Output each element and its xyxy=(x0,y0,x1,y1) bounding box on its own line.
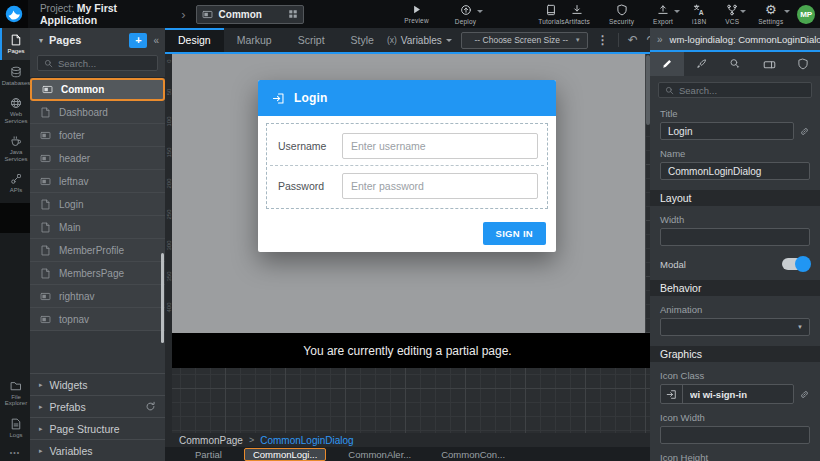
title-field[interactable] xyxy=(660,122,794,140)
search-icon xyxy=(44,59,53,68)
rail-item-logs[interactable]: Logs xyxy=(0,412,30,444)
globe-icon xyxy=(10,97,22,109)
breadcrumb-parent[interactable]: CommonPage xyxy=(179,435,243,446)
expand-panel-icon[interactable]: » xyxy=(657,34,663,45)
tab-events[interactable] xyxy=(718,52,752,76)
page-item-leftnav[interactable]: leftnav xyxy=(30,170,165,193)
collapse-panel-icon[interactable]: « xyxy=(153,35,159,46)
rail-overflow-dots[interactable]: ••• xyxy=(0,443,30,461)
breadcrumb-current[interactable]: CommonLoginDialog xyxy=(260,435,353,446)
caret-right-icon: ▸ xyxy=(39,447,43,455)
username-input[interactable] xyxy=(342,133,538,159)
properties-tabs xyxy=(650,50,820,76)
section-page-structure[interactable]: ▸ Page Structure xyxy=(30,417,165,439)
page-item-rightnav[interactable]: rightnav xyxy=(30,285,165,308)
preview-button[interactable]: Preview xyxy=(404,4,429,25)
variables-dropdown[interactable]: (x) Variables xyxy=(387,35,452,46)
tab-properties[interactable] xyxy=(650,52,684,76)
app-logo[interactable] xyxy=(0,0,28,28)
page-item-memberspage[interactable]: MembersPage xyxy=(30,262,165,285)
properties-panel: » wm-logindialog: CommonLoginDialog xyxy=(650,28,820,461)
vcs-button[interactable]: VCS xyxy=(725,4,739,25)
sign-in-icon xyxy=(272,92,285,105)
layout-section-header: Layout xyxy=(650,190,820,206)
behavior-section-header: Behavior xyxy=(650,280,820,296)
user-avatar[interactable]: MP xyxy=(797,5,815,24)
tutorials-button[interactable]: Tutorials xyxy=(538,4,564,25)
name-field[interactable] xyxy=(660,162,810,180)
more-options-icon[interactable]: ⋮ xyxy=(597,33,609,47)
tab-style[interactable]: Style xyxy=(338,28,387,52)
modal-toggle[interactable] xyxy=(782,258,810,270)
tab-design[interactable]: Design xyxy=(165,28,224,52)
page-item-login[interactable]: Login xyxy=(30,193,165,216)
caret-down-icon[interactable]: ▾ xyxy=(39,36,43,45)
i18n-button[interactable]: A i18N xyxy=(692,4,706,25)
rail-item-apis[interactable]: APIs xyxy=(0,167,30,199)
username-label: Username xyxy=(278,140,342,152)
screen-size-select[interactable]: -- Choose Screen Size -- ▼ xyxy=(461,32,588,49)
page-selector-dropdown[interactable]: Common xyxy=(196,5,305,24)
security-button[interactable]: Security xyxy=(609,4,634,25)
refresh-icon[interactable] xyxy=(145,401,156,412)
page-item-common[interactable]: Common xyxy=(30,78,165,101)
selected-widget-title: wm-logindialog: CommonLoginDialog xyxy=(670,34,820,45)
undo-icon[interactable]: ↶ xyxy=(628,34,638,46)
section-prefabs[interactable]: ▸ Prefabs xyxy=(30,395,165,417)
page-item-main[interactable]: Main xyxy=(30,216,165,239)
bind-link-icon[interactable] xyxy=(799,389,810,400)
tab-styles[interactable] xyxy=(684,52,718,76)
select-caret-icon: ▼ xyxy=(575,37,581,43)
rail-item-databases[interactable]: Databases xyxy=(0,60,30,92)
rail-item-web-services[interactable]: WebServices xyxy=(0,91,30,129)
selection-outline xyxy=(165,52,650,54)
pages-search[interactable] xyxy=(37,55,158,71)
export-button[interactable]: Export xyxy=(653,4,673,25)
modal-field-label: Modal xyxy=(660,259,686,270)
deploy-button[interactable]: Deploy xyxy=(455,4,476,25)
partial-icon xyxy=(40,130,51,141)
icon-class-field[interactable] xyxy=(683,385,793,403)
login-dialog[interactable]: Login Username Password xyxy=(258,80,556,252)
rail-item-java-services[interactable]: JavaServices xyxy=(0,129,30,167)
sign-in-button[interactable]: SIGN IN xyxy=(483,222,546,245)
animation-select[interactable]: ▼ xyxy=(660,318,810,336)
page-item-dashboard[interactable]: Dashboard xyxy=(30,101,165,124)
tab-security[interactable] xyxy=(786,52,820,76)
tab-commonconfirmdialog[interactable]: CommonCon... xyxy=(433,448,513,461)
title-field-label: Title xyxy=(660,108,810,119)
tab-commonlogindialog[interactable]: CommonLogi... xyxy=(244,448,326,461)
tab-partial[interactable]: Partial xyxy=(187,448,230,461)
section-widgets[interactable]: ▸ Widgets xyxy=(30,373,165,395)
tab-devices[interactable] xyxy=(752,52,786,76)
add-page-button[interactable]: + xyxy=(129,33,147,48)
artifacts-button[interactable]: Artifacts xyxy=(565,4,590,25)
wavemaker-studio: Project:My First Application › Common Pr… xyxy=(0,0,820,461)
width-field[interactable] xyxy=(660,228,810,246)
pages-search-input[interactable] xyxy=(58,58,151,69)
password-input[interactable] xyxy=(342,173,538,199)
tab-commonalertdialog[interactable]: CommonAler... xyxy=(340,448,419,461)
tab-script[interactable]: Script xyxy=(285,28,338,52)
design-canvas[interactable]: 0 50 100 150 200 250 300 350 400 Login xyxy=(165,52,650,433)
bind-link-icon[interactable] xyxy=(799,126,810,137)
tab-markup[interactable]: Markup xyxy=(224,28,285,52)
page-selector-value: Common xyxy=(219,9,283,20)
properties-search-input[interactable] xyxy=(679,85,805,96)
settings-button[interactable]: ⚙ Settings xyxy=(758,4,783,25)
page-item-footer[interactable]: footer xyxy=(30,124,165,147)
widget-breadcrumb: CommonPage > CommonLoginDialog xyxy=(165,433,650,447)
play-icon xyxy=(411,4,422,15)
sign-in-icon xyxy=(666,389,677,400)
panel-scrollbar[interactable] xyxy=(161,253,164,343)
shield-icon xyxy=(797,58,809,70)
rail-item-file-explorer[interactable]: FileExplorer xyxy=(0,374,30,412)
page-item-topnav[interactable]: topnav xyxy=(30,308,165,331)
properties-search[interactable] xyxy=(658,82,812,98)
section-variables[interactable]: ▸ Variables xyxy=(30,439,165,461)
page-item-header[interactable]: header xyxy=(30,147,165,170)
page-item-memberprofile[interactable]: MemberProfile xyxy=(30,239,165,262)
rail-item-pages[interactable]: Pages xyxy=(0,28,30,60)
partial-icon xyxy=(40,314,51,325)
icon-width-field[interactable] xyxy=(660,426,810,444)
